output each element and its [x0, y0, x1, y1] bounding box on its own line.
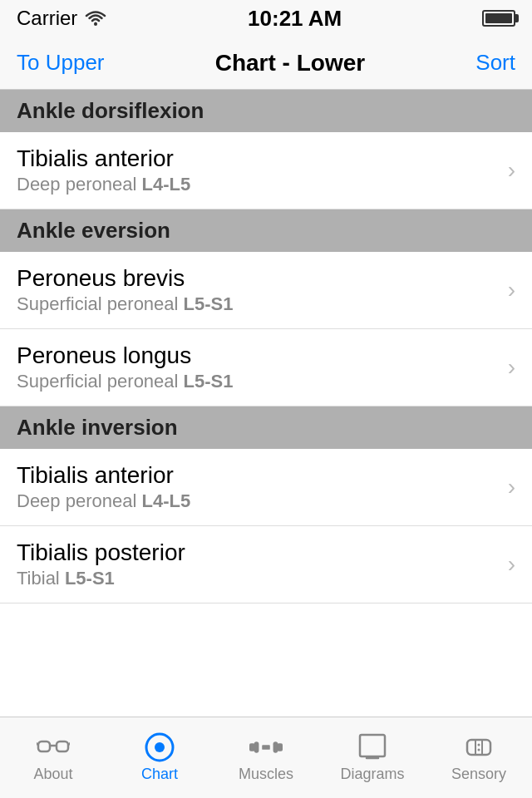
item-subtitle: Deep peroneal L4-L5	[17, 490, 500, 512]
nav-title: Chart - Lower	[215, 50, 365, 76]
list-item[interactable]: Tibialis posterior Tibial L5-S1 ›	[0, 526, 532, 603]
carrier-info: Carrier	[17, 7, 107, 30]
section-header-ankle-dorsiflexion: Ankle dorsiflexion	[0, 90, 532, 132]
svg-rect-16	[467, 740, 490, 755]
item-name: Tibialis posterior	[17, 539, 500, 566]
item-name: Tibialis anterior	[17, 462, 500, 489]
section-header-ankle-inversion: Ankle inversion	[0, 406, 532, 449]
svg-point-20	[478, 749, 480, 751]
muscles-icon	[249, 732, 283, 762]
about-icon	[37, 732, 70, 762]
status-bar: Carrier 10:21 AM	[0, 0, 532, 37]
tab-diagrams[interactable]: Diagrams	[319, 717, 426, 798]
tab-about[interactable]: About	[0, 717, 106, 798]
chevron-icon: ›	[508, 157, 515, 184]
section-header-ankle-eversion: Ankle eversion	[0, 209, 532, 252]
list-item[interactable]: Tibialis anterior Deep peroneal L4-L5 ›	[0, 449, 532, 526]
wifi-icon	[84, 10, 107, 27]
tab-chart-label: Chart	[141, 766, 178, 783]
svg-rect-12	[277, 743, 283, 751]
item-subtitle: Tibial L5-S1	[17, 568, 500, 589]
svg-point-7	[155, 742, 165, 752]
svg-rect-1	[38, 741, 50, 751]
sensory-icon	[462, 732, 495, 762]
diagrams-icon	[356, 732, 389, 762]
tab-muscles[interactable]: Muscles	[213, 717, 319, 798]
item-name: Peroneus longus	[17, 342, 500, 369]
list-item[interactable]: Peroneus longus Superficial peroneal L5-…	[0, 329, 532, 406]
svg-rect-2	[57, 741, 68, 751]
item-subtitle: Superficial peroneal L5-S1	[17, 293, 500, 315]
battery-icon	[482, 10, 515, 27]
status-time: 10:21 AM	[248, 6, 342, 32]
chart-icon	[143, 732, 176, 762]
svg-rect-13	[360, 735, 385, 756]
chevron-icon: ›	[508, 551, 515, 578]
list-item[interactable]: Tibialis anterior Deep peroneal L4-L5 ›	[0, 132, 532, 209]
scroll-content: Ankle dorsiflexion Tibialis anterior Dee…	[0, 90, 532, 717]
tab-about-label: About	[33, 766, 72, 783]
sort-button[interactable]: Sort	[475, 50, 515, 76]
nav-bar: To Upper Chart - Lower Sort	[0, 37, 532, 90]
list-item[interactable]: Peroneus brevis Superficial peroneal L5-…	[0, 252, 532, 329]
svg-point-0	[94, 22, 97, 26]
tab-chart[interactable]: Chart	[106, 717, 213, 798]
item-subtitle: Deep peroneal L4-L5	[17, 174, 500, 195]
item-name: Peroneus brevis	[17, 265, 500, 292]
item-subtitle: Superficial peroneal L5-S1	[17, 371, 500, 392]
svg-rect-11	[249, 743, 255, 751]
item-name: Tibialis anterior	[17, 145, 500, 172]
svg-rect-8	[262, 745, 270, 750]
battery-area	[482, 10, 515, 27]
tab-sensory-label: Sensory	[451, 766, 506, 783]
chevron-icon: ›	[508, 474, 515, 500]
tab-diagrams-label: Diagrams	[340, 766, 404, 783]
chevron-icon: ›	[508, 354, 515, 381]
tab-sensory[interactable]: Sensory	[426, 717, 532, 798]
carrier-label: Carrier	[17, 7, 77, 30]
svg-point-19	[478, 744, 480, 746]
chevron-icon: ›	[508, 277, 515, 303]
to-upper-button[interactable]: To Upper	[17, 50, 105, 76]
tab-bar: About Chart Muscles	[0, 717, 532, 798]
tab-muscles-label: Muscles	[239, 766, 293, 783]
